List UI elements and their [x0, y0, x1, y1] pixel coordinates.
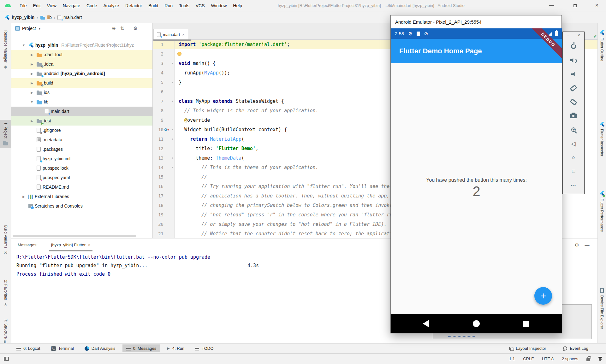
- stripe-tab-resource-manager[interactable]: Resource Manager◆: [0, 28, 11, 71]
- emulator-power-button[interactable]: [563, 39, 584, 53]
- expand-chevron-icon[interactable]: ▶: [29, 91, 35, 94]
- toolwindow-button-dart-analysis[interactable]: Dart Analysis: [81, 344, 119, 352]
- menu-build[interactable]: Build: [145, 0, 161, 11]
- nav-recents-button[interactable]: [523, 321, 529, 327]
- line-number[interactable]: 6: [153, 87, 163, 97]
- toolwindow-button-event-log[interactable]: Event Log: [559, 344, 592, 352]
- toolwindow-button-4-run[interactable]: ▶4: Run: [163, 344, 188, 352]
- expand-chevron-icon[interactable]: ▼: [21, 44, 27, 47]
- status-crlf[interactable]: CRLF: [523, 356, 534, 361]
- line-number[interactable]: 7: [153, 97, 163, 106]
- increment-fab-button[interactable]: +: [534, 287, 552, 305]
- emulator-camera-button[interactable]: [563, 109, 584, 123]
- line-number[interactable]: 12: [153, 144, 163, 153]
- stripe-tab-build-variants[interactable]: Build Variants⋈: [0, 223, 11, 257]
- console-link[interactable]: R:\Flutter\FlutterSDK\flutter\bin\flutte…: [16, 254, 145, 260]
- locate-file-button[interactable]: ⊕: [112, 26, 116, 31]
- line-number[interactable]: 13: [153, 153, 163, 163]
- line-number[interactable]: 4: [153, 68, 163, 78]
- toolwindow-button-0-messages[interactable]: 0: Messages: [122, 344, 160, 352]
- minimize-button[interactable]: –: [567, 33, 569, 39]
- chevron-down-icon[interactable]: ▼: [38, 27, 41, 30]
- fold-icon[interactable]: ▾: [170, 59, 175, 68]
- stripe-tab-2-favorites[interactable]: 2: Favorites★: [0, 278, 11, 309]
- editor-tab-main-dart[interactable]: ● main.dart ×: [153, 29, 188, 39]
- tree-row-pubspec-lock[interactable]: pubspec.lock: [11, 163, 152, 173]
- toolwindow-switcher-icon[interactable]: [4, 357, 9, 361]
- tree-row-build[interactable]: ▶⚙build: [11, 78, 152, 88]
- menu-edit[interactable]: Edit: [30, 0, 44, 11]
- menu-view[interactable]: View: [44, 0, 60, 11]
- tree-row-dart-tool[interactable]: ▶.dart_tool: [11, 50, 152, 59]
- expand-chevron-icon[interactable]: ▶: [29, 81, 35, 85]
- tree-row-pubspec-yaml[interactable]: Ypubspec.yaml: [11, 173, 152, 182]
- hector-inspector-icon[interactable]: [598, 357, 602, 361]
- menu-tools[interactable]: Tools: [176, 0, 193, 11]
- emulator-more-button[interactable]: •••: [563, 178, 584, 192]
- expand-chevron-icon[interactable]: ▼: [29, 100, 35, 104]
- line-number[interactable]: 16: [153, 182, 163, 191]
- toolwindow-button-terminal[interactable]: Terminal: [47, 344, 78, 352]
- menu-code[interactable]: Code: [83, 0, 100, 11]
- tree-row-readme-md[interactable]: iREADME.md: [11, 182, 152, 192]
- messages-tab-flutter[interactable]: [hyzp_yibin] Flutter ×: [47, 238, 95, 251]
- line-number[interactable]: 14: [153, 163, 163, 172]
- tree-row-gitignore[interactable]: ⊘.gitignore: [11, 126, 152, 135]
- tree-row-android[interactable]: ▶◈android [hyzp_yibin_android]: [11, 69, 152, 78]
- close-button[interactable]: ×: [578, 33, 580, 39]
- line-number[interactable]: 19: [153, 210, 163, 220]
- emulator-window-title[interactable]: Android Emulator - Pixel_2_API_29:5554: [391, 15, 561, 28]
- status-1-1[interactable]: 1:1: [509, 356, 515, 361]
- line-number[interactable]: 10: [153, 125, 163, 134]
- menu-help[interactable]: Help: [230, 0, 245, 11]
- inspection-ok-icon[interactable]: ✔: [593, 33, 597, 39]
- fold-icon[interactable]: ▾: [170, 163, 175, 172]
- close-icon[interactable]: ×: [182, 32, 185, 37]
- menu-navigate[interactable]: Navigate: [60, 0, 83, 11]
- line-number[interactable]: 2: [153, 49, 163, 59]
- settings-gear-icon[interactable]: ⚙: [134, 26, 138, 31]
- expand-chevron-icon[interactable]: ▶: [29, 119, 35, 123]
- tree-row-hyzp-yibin[interactable]: ▼hyzp_yibinR:\FlutterProject\FlutterProj…: [11, 40, 152, 50]
- line-number[interactable]: 17: [153, 191, 163, 201]
- line-number[interactable]: 18: [153, 201, 163, 210]
- breadcrumb-file[interactable]: main.dart: [63, 15, 82, 20]
- tree-row-scratches-and-consoles[interactable]: Scratches and Consoles: [11, 201, 152, 211]
- nav-back-button[interactable]: [423, 320, 429, 327]
- menu-refactor[interactable]: Refactor: [122, 0, 145, 11]
- menu-file[interactable]: File: [16, 0, 30, 11]
- line-number[interactable]: 9: [153, 115, 163, 125]
- line-number[interactable]: 8: [153, 106, 163, 115]
- tree-row-hyzp-yibin-iml[interactable]: ◈hyzp_yibin.iml: [11, 154, 152, 163]
- line-number[interactable]: 1: [153, 40, 163, 49]
- breadcrumb-project[interactable]: hyzp_yibin: [12, 15, 34, 20]
- emulator-zoom-button[interactable]: [563, 123, 584, 137]
- line-number[interactable]: 21: [153, 229, 163, 238]
- collapse-all-button[interactable]: ⇅: [120, 26, 124, 31]
- expand-chevron-icon[interactable]: ▶: [29, 72, 35, 75]
- line-number[interactable]: 20: [153, 220, 163, 229]
- intention-bulb-icon[interactable]: [177, 52, 181, 56]
- horizontal-scrollbar[interactable]: [13, 235, 136, 237]
- emulator-rotate-left-button[interactable]: [563, 81, 584, 95]
- window-maximize-button[interactable]: [569, 0, 581, 11]
- stripe-tab-device-file-explorer[interactable]: Device File Explorer: [598, 285, 606, 332]
- tree-row-ios[interactable]: ▶…ios: [11, 88, 152, 97]
- fold-icon[interactable]: ▾: [170, 153, 175, 163]
- overrides-icon[interactable]: [164, 128, 167, 131]
- tree-row-packages[interactable]: .packages: [11, 144, 152, 154]
- window-close-button[interactable]: ×: [591, 0, 603, 11]
- menu-run[interactable]: Run: [161, 0, 176, 11]
- emulator-volume-up-button[interactable]: [563, 53, 584, 67]
- tree-row-main-dart[interactable]: ●main.dart: [11, 107, 152, 116]
- tree-row-metadata[interactable]: .metadata: [11, 135, 152, 144]
- hide-panel-button[interactable]: —: [585, 242, 589, 248]
- window-minimize-button[interactable]: —: [545, 0, 558, 11]
- emulator-rotate-right-button[interactable]: [563, 95, 584, 109]
- line-number[interactable]: 15: [153, 172, 163, 182]
- emulator-overview-button[interactable]: □: [563, 164, 584, 178]
- toolwindow-button-6-logcat[interactable]: 6: Logcat: [13, 344, 44, 352]
- stripe-tab-flutter-performance[interactable]: Flutter Performance: [598, 189, 606, 234]
- settings-gear-icon[interactable]: ⚙: [575, 242, 579, 248]
- expand-chevron-icon[interactable]: ▶: [21, 195, 27, 198]
